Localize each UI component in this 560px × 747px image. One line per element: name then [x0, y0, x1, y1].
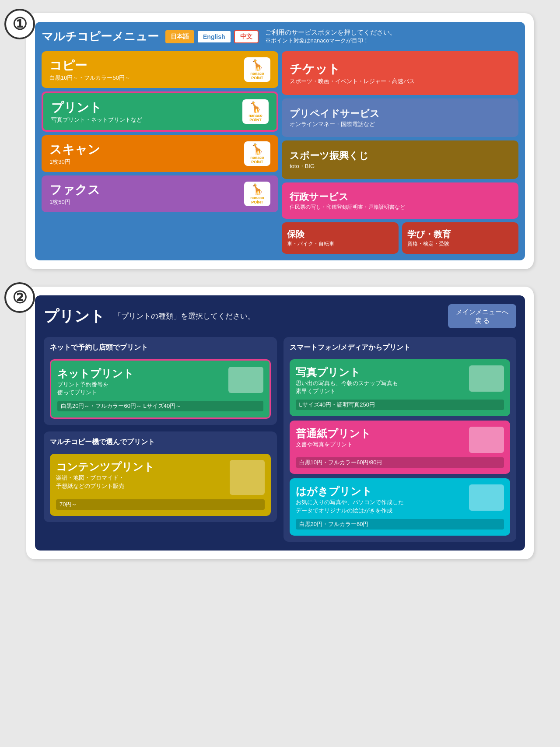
- scan-title: スキャン: [49, 141, 100, 158]
- screen1-note: ※ポイント対象はnanacoマークが目印！: [265, 37, 396, 45]
- hagaki-print-desc: お気に入りの写真や、パソコンで作成したデータでオリジナルの絵はがきを作成: [296, 498, 404, 514]
- hagaki-print-card[interactable]: はがきプリント お気に入りの写真や、パソコンで作成したデータでオリジナルの絵はが…: [290, 478, 511, 535]
- ticket-button[interactable]: チケット スポーツ・映画・イベント・レジャー・高速バス: [282, 51, 518, 95]
- futsuu-print-card[interactable]: 普通紙プリント 文書や写真をプリント 白黒10円・フルカラー60円/80円: [290, 421, 511, 474]
- net-section: ネットで予約し店頭でプリント ネットプリント プリント予約番号を 使ってプリント: [44, 337, 277, 425]
- photo-print-card[interactable]: 写真プリント 思い出の写真も、今朝のスナップ写真も素早くプリント Lサイズ40円…: [290, 359, 511, 416]
- photo-print-title: 写真プリント: [296, 365, 398, 379]
- net-print-image: [228, 367, 263, 393]
- screen2-grid: ネットで予約し店頭でプリント ネットプリント プリント予約番号を 使ってプリント: [44, 337, 516, 542]
- lang-buttons: 日本語 English 中文: [165, 30, 259, 43]
- multicopy-section-title: マルチコピー機で選んでプリント: [50, 438, 271, 447]
- lang-chinese[interactable]: 中文: [234, 30, 259, 43]
- hagaki-print-title: はがきプリント: [296, 484, 404, 498]
- contents-print-card[interactable]: コンテンツプリント 楽譜・地図・ブロマイド・予想紙などのプリント販売 70円～: [50, 454, 271, 516]
- smartphone-section-title: スマートフォン/メディアからプリント: [290, 343, 511, 352]
- print-title: プリント: [51, 99, 142, 116]
- hoken-button[interactable]: 保険 車・バイク・自転車: [282, 222, 399, 254]
- circle-2: ②: [4, 282, 35, 313]
- scan-nanaco: 🦒 nanacoPOiNT: [244, 141, 270, 166]
- net-print-desc: プリント予約番号を 使ってプリント: [57, 381, 134, 396]
- manabi-sub: 資格・検定・受験: [407, 240, 451, 248]
- screen1-title: マルチコピーメニュー: [42, 29, 159, 44]
- contents-print-price: 70円～: [56, 499, 265, 510]
- screen1-subtitle: ご利用のサービスボタンを押してください。: [265, 28, 396, 37]
- net-print-price: 白黒20円～・フルカラー60円～ Lサイズ40円～: [57, 401, 263, 411]
- ticket-title: チケット: [290, 61, 415, 77]
- futsuu-print-desc: 文書や写真をプリント: [296, 441, 371, 449]
- print-nanaco: 🦒 nanacoPOiNT: [242, 99, 269, 124]
- screen1-header: マルチコピーメニュー 日本語 English 中文 ご利用のサービスボタンを押し…: [42, 28, 518, 45]
- fax-sub: 1枚50円: [49, 198, 100, 206]
- manabi-button[interactable]: 学び・教育 資格・検定・受験: [402, 222, 519, 254]
- net-print-title: ネットプリント: [57, 367, 134, 381]
- gyosei-sub: 住民票の写し・印鑑登録証明書・戸籍証明書など: [290, 203, 405, 211]
- ticket-sub: スポーツ・映画・イベント・レジャー・高速バス: [290, 77, 415, 85]
- fax-title: ファクス: [49, 182, 100, 198]
- hoken-sub: 車・バイク・自転車: [287, 240, 334, 248]
- copy-sub: 白黒10円～・フルカラー50円～: [49, 74, 130, 82]
- contents-print-title: コンテンツプリント: [56, 460, 154, 474]
- prepaid-title: プリペイドサービス: [290, 107, 380, 120]
- net-print-card[interactable]: ネットプリント プリント予約番号を 使ってプリント 白黒20円～・フルカラー60…: [50, 359, 271, 419]
- photo-print-price: Lサイズ40円・証明写真250円: [296, 400, 504, 410]
- sports-title: スポーツ振興くじ: [290, 149, 369, 162]
- manabi-title: 学び・教育: [407, 228, 451, 240]
- copy-nanaco: 🦒 nanacoPOiNT: [244, 57, 270, 82]
- prepaid-sub: オンラインマネー・国際電話など: [290, 120, 380, 128]
- photo-print-image: [469, 365, 504, 392]
- screen2-wrapper: ② プリント 「プリントの種類」を選択してください。 メインメニューへ 戻 る …: [26, 287, 534, 559]
- fax-nanaco: 🦒 nanacoPOiNT: [244, 182, 270, 206]
- prepaid-button[interactable]: プリペイドサービス オンラインマネー・国際電話など: [282, 98, 518, 137]
- multicopy-section: マルチコピー機で選んでプリント コンテンツプリント 楽譜・地図・ブロマイド・予想…: [44, 431, 277, 522]
- net-section-title: ネットで予約し店頭でプリント: [50, 343, 271, 352]
- futsuu-print-title: 普通紙プリント: [296, 427, 371, 441]
- smartphone-section: スマートフォン/メディアからプリント 写真プリント 思い出の写真も、今朝のスナッ…: [284, 337, 517, 542]
- scan-button[interactable]: スキャン 1枚30円 🦒 nanacoPOiNT: [42, 135, 278, 172]
- screen1-inner: マルチコピーメニュー 日本語 English 中文 ご利用のサービスボタンを押し…: [35, 22, 525, 260]
- hagaki-print-price: 白黒20円・フルカラー60円: [296, 519, 504, 530]
- lang-japanese[interactable]: 日本語: [165, 30, 194, 43]
- screen2-title: プリント: [44, 306, 105, 326]
- circle-1: ①: [4, 9, 35, 39]
- copy-button[interactable]: コピー 白黒10円～・フルカラー50円～ 🦒 nanacoPOiNT: [42, 51, 278, 88]
- lang-english[interactable]: English: [197, 30, 231, 43]
- contents-print-image: [230, 460, 265, 495]
- print-sub: 写真プリント・ネットプリントなど: [51, 116, 142, 124]
- right-col-cards: 写真プリント 思い出の写真も、今朝のスナップ写真も素早くプリント Lサイズ40円…: [290, 359, 511, 536]
- back-button[interactable]: メインメニューへ 戻 る: [448, 304, 516, 328]
- scan-sub: 1枚30円: [49, 158, 100, 166]
- photo-print-desc: 思い出の写真も、今朝のスナップ写真も素早くプリント: [296, 379, 398, 395]
- screen1-wrapper: ① マルチコピーメニュー 日本語 English 中文 ご利用のサービスボタンを…: [26, 13, 534, 269]
- gyosei-button[interactable]: 行政サービス 住民票の写し・印鑑登録証明書・戸籍証明書など: [282, 182, 518, 219]
- copy-title: コピー: [49, 57, 130, 74]
- fax-button[interactable]: ファクス 1枚50円 🦒 nanacoPOiNT: [42, 175, 278, 212]
- hoken-title: 保険: [287, 228, 334, 240]
- futsuu-print-price: 白黒10円・フルカラー60円/80円: [296, 457, 504, 468]
- screen2-subtitle: 「プリントの種類」を選択してください。: [114, 311, 439, 321]
- screen2-inner: プリント 「プリントの種類」を選択してください。 メインメニューへ 戻 る ネッ…: [35, 295, 525, 551]
- sports-sub: toto・BIG: [290, 162, 369, 170]
- hagaki-print-image: [469, 484, 504, 511]
- screen2-header: プリント 「プリントの種類」を選択してください。 メインメニューへ 戻 る: [44, 304, 516, 328]
- futsuu-print-image: [469, 427, 504, 453]
- gyosei-title: 行政サービス: [290, 190, 405, 203]
- print-button[interactable]: プリント 写真プリント・ネットプリントなど 🦒 nanacoPOiNT: [42, 91, 278, 132]
- sports-button[interactable]: スポーツ振興くじ toto・BIG: [282, 140, 518, 179]
- contents-print-desc: 楽譜・地図・ブロマイド・予想紙などのプリント販売: [56, 474, 154, 490]
